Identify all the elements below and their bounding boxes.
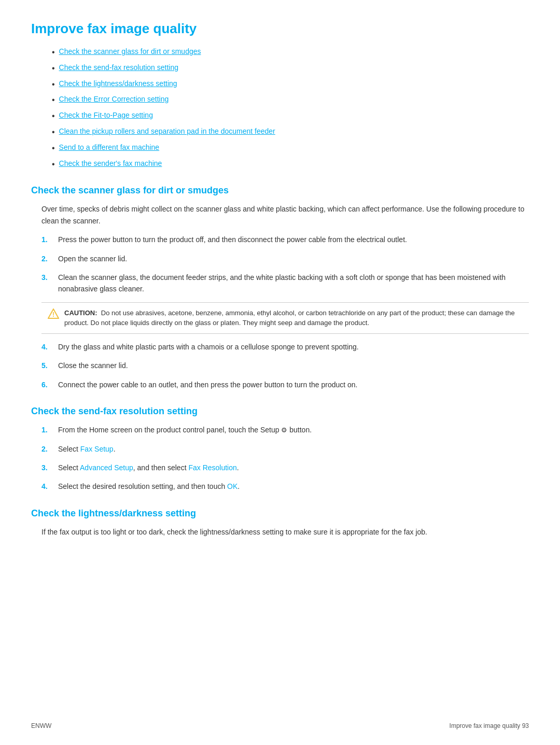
step-num-3: 3. [41, 272, 51, 283]
caution-text: CAUTION: Do not use abrasives, acetone, … [64, 308, 523, 328]
toc-item-7: Send to a different fax machine [52, 143, 529, 154]
step-4: 4. Dry the glass and white plastic parts… [41, 341, 529, 353]
toc-link-4[interactable]: Check the Error Correction setting [59, 95, 169, 103]
toc-link-3[interactable]: Check the lightness/darkness setting [59, 79, 177, 88]
section-send-fax: Check the send-fax resolution setting 1.… [31, 406, 529, 493]
toc-item-4: Check the Error Correction setting [52, 95, 529, 106]
toc-item-3: Check the lightness/darkness setting [52, 79, 529, 90]
toc-link-6[interactable]: Clean the pickup rollers and separation … [59, 127, 275, 135]
step-num-1: 1. [41, 234, 51, 245]
step-num-5: 5. [41, 360, 51, 371]
lightness-text: If the fax output is too light or too da… [41, 526, 529, 538]
toc-item-6: Clean the pickup rollers and separation … [52, 127, 529, 138]
step-num-4: 4. [41, 341, 51, 353]
scanner-glass-intro: Over time, specks of debris might collec… [41, 203, 529, 227]
ok-link[interactable]: OK [227, 482, 237, 490]
step-1: 1. Press the power button to turn the pr… [41, 234, 529, 245]
footer-left: ENWW [31, 722, 51, 729]
toc-link-8[interactable]: Check the sender's fax machine [59, 159, 162, 167]
toc-link-2[interactable]: Check the send-fax resolution setting [59, 63, 178, 72]
toc-item-1: Check the scanner glass for dirt or smud… [52, 47, 529, 58]
toc-list: Check the scanner glass for dirt or smud… [52, 47, 529, 170]
section-lightness: Check the lightness/darkness setting If … [31, 508, 529, 538]
toc-link-1[interactable]: Check the scanner glass for dirt or smud… [59, 47, 201, 55]
toc-item-5: Check the Fit-to-Page setting [52, 111, 529, 122]
send-fax-steps: 1. From the Home screen on the product c… [41, 424, 529, 493]
send-fax-step-num-2: 2. [41, 443, 51, 455]
send-fax-step-text-4: Select the desired resolution setting, a… [58, 481, 240, 492]
section-scanner-glass: Check the scanner glass for dirt or smud… [31, 185, 529, 390]
fax-resolution-link[interactable]: Fax Resolution [188, 463, 236, 472]
footer: ENWW Improve fax image quality 93 [31, 722, 529, 729]
setup-icon: ⚙︎ [281, 425, 287, 436]
send-fax-step-num-3: 3. [41, 462, 51, 473]
send-fax-step-2: 2. Select Fax Setup. [41, 443, 529, 455]
advanced-setup-link[interactable]: Advanced Setup [80, 463, 133, 472]
step-6: 6. Connect the power cable to an outlet,… [41, 379, 529, 390]
caution-icon: ! [48, 308, 59, 322]
toc-item-8: Check the sender's fax machine [52, 159, 529, 170]
svg-text:!: ! [52, 311, 54, 318]
send-fax-step-4: 4. Select the desired resolution setting… [41, 481, 529, 492]
section-title-lightness: Check the lightness/darkness setting [31, 508, 529, 519]
step-num-2: 2. [41, 253, 51, 264]
fax-setup-link[interactable]: Fax Setup [80, 445, 114, 453]
scanner-glass-steps: 1. Press the power button to turn the pr… [41, 234, 529, 295]
step-text-1: Press the power button to turn the produ… [58, 234, 407, 245]
caution-label: CAUTION: [64, 309, 97, 317]
toc-link-7[interactable]: Send to a different fax machine [59, 143, 160, 151]
scanner-glass-steps-continued: 4. Dry the glass and white plastic parts… [41, 341, 529, 390]
send-fax-step-1: 1. From the Home screen on the product c… [41, 424, 529, 436]
page-title: Improve fax image quality [31, 21, 529, 37]
step-text-2: Open the scanner lid. [58, 253, 127, 264]
step-2: 2. Open the scanner lid. [41, 253, 529, 264]
footer-right: Improve fax image quality 93 [450, 722, 529, 729]
step-text-6: Connect the power cable to an outlet, an… [58, 379, 358, 390]
section-body-lightness: If the fax output is too light or too da… [31, 526, 529, 538]
send-fax-step-num-4: 4. [41, 481, 51, 492]
send-fax-step-text-1: From the Home screen on the product cont… [58, 424, 312, 436]
section-body-scanner-glass: Over time, specks of debris might collec… [31, 203, 529, 390]
send-fax-step-3: 3. Select Advanced Setup, and then selec… [41, 462, 529, 473]
step-num-6: 6. [41, 379, 51, 390]
send-fax-step-text-2: Select Fax Setup. [58, 443, 116, 455]
step-text-5: Close the scanner lid. [58, 360, 128, 371]
toc-item-2: Check the send-fax resolution setting [52, 63, 529, 74]
step-text-3: Clean the scanner glass, the document fe… [58, 272, 529, 295]
section-title-send-fax: Check the send-fax resolution setting [31, 406, 529, 417]
section-body-send-fax: 1. From the Home screen on the product c… [31, 424, 529, 493]
toc-link-5[interactable]: Check the Fit-to-Page setting [59, 111, 153, 119]
caution-box: ! CAUTION: Do not use abrasives, acetone… [41, 302, 529, 334]
send-fax-step-num-1: 1. [41, 424, 51, 435]
step-text-4: Dry the glass and white plastic parts wi… [58, 341, 359, 353]
step-3: 3. Clean the scanner glass, the document… [41, 272, 529, 295]
caution-body: Do not use abrasives, acetone, benzene, … [64, 309, 515, 327]
send-fax-step-text-3: Select Advanced Setup, and then select F… [58, 462, 239, 473]
section-title-scanner-glass: Check the scanner glass for dirt or smud… [31, 185, 529, 196]
step-5: 5. Close the scanner lid. [41, 360, 529, 371]
